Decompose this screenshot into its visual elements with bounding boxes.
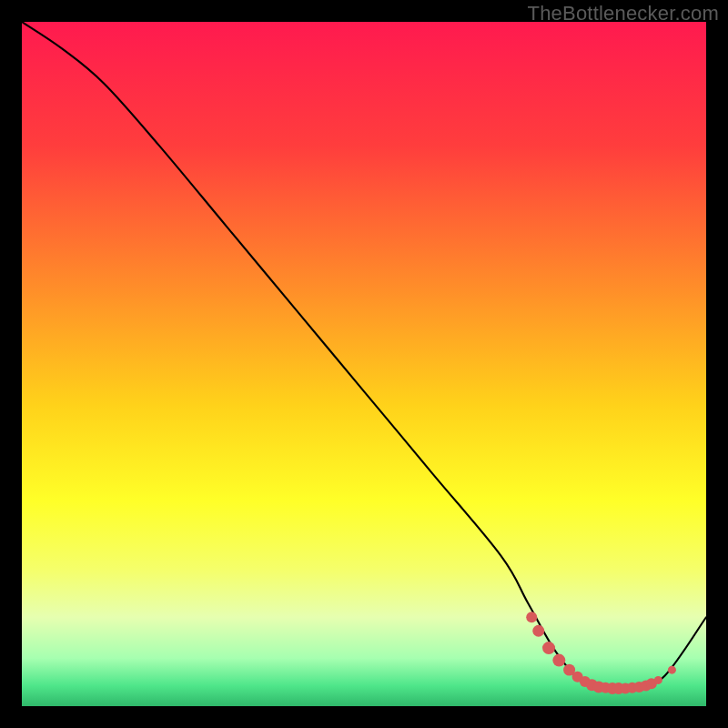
marker-dot xyxy=(542,642,555,654)
watermark-text: TheBottlenecker.com xyxy=(528,2,719,25)
marker-dots xyxy=(526,612,676,694)
marker-dot xyxy=(532,625,544,637)
marker-dot xyxy=(668,666,676,674)
marker-dot xyxy=(552,654,565,667)
plot-area xyxy=(22,22,706,706)
curve-line xyxy=(22,22,706,689)
curve-layer xyxy=(22,22,706,706)
marker-dot xyxy=(526,612,537,622)
marker-dot xyxy=(654,676,662,684)
stage: TheBottlenecker.com xyxy=(0,0,728,728)
